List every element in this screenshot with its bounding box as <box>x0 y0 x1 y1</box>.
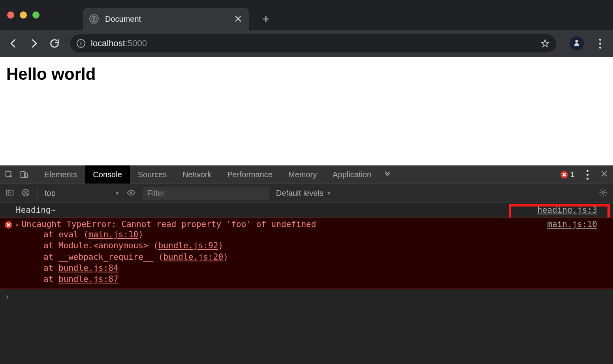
log-source-link[interactable]: heading.js:3 <box>537 205 609 215</box>
tab-title: Document <box>105 15 228 24</box>
maximize-window-button[interactable] <box>32 11 39 19</box>
console-settings-icon[interactable] <box>599 188 607 199</box>
close-window-button[interactable] <box>7 11 14 19</box>
stack-link[interactable]: main.js:10 <box>88 230 138 239</box>
svg-point-8 <box>602 191 604 194</box>
log-message-row: Heading~ heading.js:3 <box>0 203 613 218</box>
tab-memory[interactable]: Memory <box>280 165 325 184</box>
console-output: Heading~ heading.js:3 ▶ Uncaught TypeErr… <box>0 203 613 364</box>
window-controls <box>7 11 39 19</box>
tab-network[interactable]: Network <box>175 165 219 184</box>
log-message-text: Heading~ <box>16 205 56 215</box>
stack-link[interactable]: bundle.js:87 <box>58 274 118 284</box>
stack-frame: at eval (main.js:10) <box>43 229 609 240</box>
devtools-panel: Elements Console Sources Network Perform… <box>0 165 613 364</box>
error-message-text: Uncaught TypeError: Cannot read property… <box>21 220 316 229</box>
filter-input[interactable] <box>143 187 269 200</box>
url-text: localhost:5000 <box>91 38 147 49</box>
context-selector[interactable]: top▼ <box>45 189 120 198</box>
stack-frame: at bundle.js:84 <box>43 263 609 274</box>
back-button[interactable] <box>6 36 21 51</box>
stack-frame: at Module.<anonymous> (bundle.js:92) <box>43 240 609 251</box>
live-expression-icon[interactable] <box>127 188 135 199</box>
tab-elements[interactable]: Elements <box>36 165 85 184</box>
bookmark-star-icon[interactable] <box>540 39 550 48</box>
error-icon <box>560 171 568 178</box>
stack-frame: at bundle.js:87 <box>43 274 609 285</box>
close-tab-button[interactable]: ✕ <box>234 13 243 25</box>
clear-console-icon[interactable] <box>21 188 30 199</box>
profile-avatar[interactable] <box>570 36 584 51</box>
error-message-row: ▶ Uncaught TypeError: Cannot read proper… <box>0 218 613 289</box>
devtools-menu-button[interactable] <box>581 170 593 180</box>
browser-tab[interactable]: Document ✕ <box>83 8 249 30</box>
toggle-sidebar-icon[interactable] <box>6 188 14 199</box>
tab-console[interactable]: Console <box>85 165 130 184</box>
stack-link[interactable]: bundle.js:84 <box>58 263 118 273</box>
svg-point-7 <box>130 191 132 194</box>
more-tabs-icon[interactable] <box>383 170 392 179</box>
page-viewport: Hello world <box>0 57 613 165</box>
console-toolbar: top▼ Default levels▼ <box>0 184 613 203</box>
svg-point-1 <box>575 40 578 43</box>
devtools-tab-bar: Elements Console Sources Network Perform… <box>0 165 613 184</box>
site-info-icon[interactable]: i <box>77 39 85 48</box>
tab-application[interactable]: Application <box>325 165 379 184</box>
tab-performance[interactable]: Performance <box>220 165 281 184</box>
stack-link[interactable]: bundle.js:92 <box>158 241 218 250</box>
error-count-pill[interactable]: 1 <box>560 171 574 179</box>
forward-button[interactable] <box>26 36 42 51</box>
reload-button[interactable] <box>47 36 62 51</box>
inspect-element-icon[interactable] <box>5 170 13 179</box>
page-heading: Hello world <box>6 65 607 84</box>
browser-toolbar: i localhost:5000 <box>0 30 613 57</box>
address-bar[interactable]: i localhost:5000 <box>70 34 556 53</box>
minimize-window-button[interactable] <box>20 11 27 19</box>
error-icon <box>5 221 12 229</box>
browser-menu-button[interactable] <box>594 39 606 49</box>
globe-icon <box>89 14 99 24</box>
new-tab-button[interactable]: + <box>262 12 270 26</box>
stack-link[interactable]: bundle.js:20 <box>163 252 223 262</box>
error-source-link[interactable]: main.js:10 <box>547 220 609 229</box>
stack-frame: at __webpack_require__ (bundle.js:20) <box>43 251 609 263</box>
stack-trace: at eval (main.js:10) at Module.<anonymou… <box>43 229 609 285</box>
expand-icon[interactable]: ▶ <box>16 221 19 228</box>
device-toolbar-icon[interactable] <box>20 170 28 179</box>
browser-tab-strip: Document ✕ + <box>0 0 613 30</box>
console-prompt[interactable]: › <box>0 289 613 305</box>
devtools-close-button[interactable] <box>600 170 608 179</box>
tab-sources[interactable]: Sources <box>130 165 175 184</box>
log-levels-selector[interactable]: Default levels▼ <box>276 189 331 198</box>
